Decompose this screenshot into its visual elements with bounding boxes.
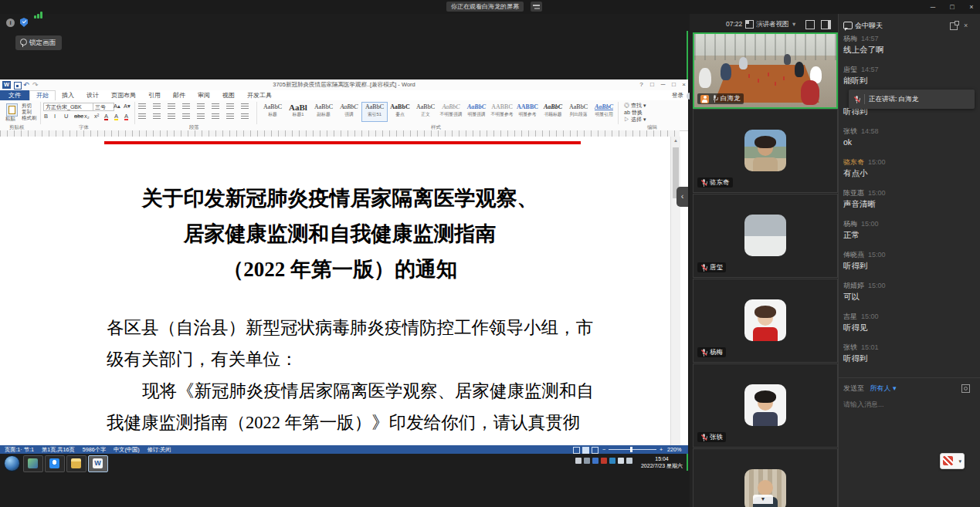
replace-button[interactable]: ab 替换 bbox=[624, 109, 643, 116]
tab-文件[interactable]: 文件 bbox=[0, 90, 29, 100]
close-button[interactable]: × bbox=[962, 0, 980, 14]
send-to-dropdown-icon[interactable]: ▾ bbox=[893, 384, 897, 392]
style-书籍标题[interactable]: AaBbC书籍标题 bbox=[540, 102, 566, 122]
tray-hidden-icons-arrow[interactable] bbox=[584, 458, 590, 464]
paragraph-tool-icon[interactable] bbox=[212, 103, 219, 110]
select-button[interactable]: ▷ 选择 ▾ bbox=[624, 116, 646, 123]
participant-tile[interactable]: 张轶 bbox=[693, 363, 838, 448]
font-tool-icon-4[interactable]: x₂ bbox=[84, 112, 90, 120]
active-speaker-video[interactable]: 白海龙 bbox=[693, 32, 838, 109]
paragraph-tool-icon[interactable] bbox=[168, 103, 175, 110]
web-layout-icon[interactable] bbox=[592, 447, 599, 454]
paragraph-tool-icon[interactable] bbox=[138, 113, 146, 120]
read-mode-icon[interactable] bbox=[573, 447, 580, 454]
paragraph-tool-icon[interactable] bbox=[241, 113, 249, 120]
cut-button[interactable]: 剪切 bbox=[22, 103, 32, 109]
sign-in-link[interactable]: 登录 bbox=[672, 92, 683, 100]
paragraph-tool-icon[interactable] bbox=[182, 113, 190, 120]
style-明显引用[interactable]: AaBbC明显引用 bbox=[591, 102, 617, 122]
style-要点[interactable]: AaBbC要点 bbox=[387, 102, 413, 122]
font-tool-icon-8[interactable]: A bbox=[124, 112, 128, 120]
font-tool-icon-6[interactable]: A bbox=[104, 112, 108, 120]
fullscreen-icon[interactable] bbox=[805, 20, 815, 29]
start-button[interactable] bbox=[4, 455, 20, 472]
vertical-scrollbar[interactable]: ▲ bbox=[670, 137, 680, 448]
paragraph-tool-icon[interactable] bbox=[168, 113, 175, 120]
zoom-in-icon[interactable]: + bbox=[660, 445, 663, 454]
style-正文[interactable]: AaBbC正文 bbox=[412, 102, 439, 122]
tab-引用[interactable]: 引用 bbox=[142, 90, 167, 100]
switch-view-icon[interactable] bbox=[531, 2, 542, 12]
app-media[interactable] bbox=[23, 455, 43, 472]
style-明显参考[interactable]: AABBC明显参考 bbox=[514, 102, 541, 122]
status-segment[interactable]: 中文(中国) bbox=[114, 446, 140, 453]
scroll-down-indicator[interactable]: ▼ bbox=[753, 495, 773, 504]
paste-icon[interactable] bbox=[6, 103, 18, 117]
style-副标题[interactable]: AaBbC副标题 bbox=[310, 102, 337, 122]
tray-keyboard-icon[interactable] bbox=[575, 458, 582, 464]
paragraph-tool-icon[interactable] bbox=[182, 103, 190, 110]
tab-页面布局[interactable]: 页面布局 bbox=[105, 90, 142, 100]
word-close-button[interactable]: × bbox=[679, 79, 689, 90]
style-标题1[interactable]: AaBl标题1 bbox=[285, 102, 311, 122]
find-button[interactable]: ◎ 查找 ▾ bbox=[624, 102, 646, 109]
file-explorer[interactable] bbox=[66, 455, 86, 472]
view-mode-button[interactable]: 演讲者视图 bbox=[756, 17, 789, 31]
tab-插入[interactable]: 插入 bbox=[56, 90, 80, 100]
zoom-out-icon[interactable]: − bbox=[602, 445, 605, 454]
view-mode-dropdown-icon[interactable]: ▾ bbox=[792, 17, 795, 31]
meeting-float-widget[interactable]: ▾ bbox=[940, 453, 965, 469]
print-layout-icon[interactable] bbox=[582, 447, 589, 454]
style-不明显参考[interactable]: AABBC不明显参考 bbox=[489, 102, 515, 122]
tab-开发工具[interactable]: 开发工具 bbox=[241, 90, 278, 100]
paste-label[interactable]: 粘贴 bbox=[5, 116, 15, 122]
paragraph-tool-icon[interactable] bbox=[212, 113, 219, 120]
tab-视图[interactable]: 视图 bbox=[216, 90, 241, 100]
tab-设计[interactable]: 设计 bbox=[80, 90, 105, 100]
paragraph-tool-icon[interactable] bbox=[241, 103, 249, 110]
pin-view-button[interactable]: 锁定画面 bbox=[15, 35, 62, 50]
tray-security-icon[interactable] bbox=[592, 458, 599, 464]
style-标题[interactable]: AaBbC标题 bbox=[259, 102, 286, 122]
send-to-selector[interactable]: 所有人 bbox=[870, 384, 891, 392]
style-明显强调[interactable]: AaBbC明显强调 bbox=[463, 102, 490, 122]
style-强调[interactable]: AaBbC强调 bbox=[336, 102, 362, 122]
tab-审阅[interactable]: 审阅 bbox=[192, 90, 216, 100]
paragraph-tool-icon[interactable] bbox=[226, 113, 234, 120]
font-tool-icon-0[interactable]: B bbox=[44, 112, 48, 120]
status-segment[interactable]: 5986个字 bbox=[83, 446, 106, 453]
app-messenger[interactable] bbox=[45, 455, 65, 472]
screenshot-icon[interactable] bbox=[961, 384, 970, 393]
status-segment[interactable]: 修订:关闭 bbox=[148, 446, 171, 453]
paragraph-tool-icon[interactable] bbox=[197, 113, 205, 120]
zoom-slider[interactable] bbox=[609, 449, 656, 450]
font-tool-icon-1[interactable]: I bbox=[54, 112, 56, 120]
tab-开始[interactable]: 开始 bbox=[29, 90, 56, 101]
word-taskbar-button[interactable]: W bbox=[88, 455, 108, 472]
widget-caret-icon[interactable]: ▾ bbox=[958, 458, 961, 465]
popout-chat-icon[interactable] bbox=[950, 22, 958, 30]
style-列出段落[interactable]: AaBbC列出段落 bbox=[565, 102, 592, 122]
font-tool-icon-2[interactable]: U bbox=[64, 112, 68, 120]
font-name-select[interactable]: 方正仿宋_GBK bbox=[43, 103, 94, 111]
ribbon-options-icon[interactable]: □ bbox=[647, 79, 657, 90]
status-segment[interactable]: 页面:1· 节:1 bbox=[5, 446, 34, 453]
tab-邮件[interactable]: 邮件 bbox=[167, 90, 192, 100]
paragraph-tool-icon[interactable] bbox=[138, 103, 146, 110]
participant-tile[interactable]: 骆东奇 bbox=[693, 109, 838, 193]
grow-font-icon[interactable]: A▴ bbox=[114, 102, 120, 110]
chat-input[interactable]: 请输入消息... bbox=[843, 400, 975, 410]
tray-network-icon[interactable] bbox=[618, 458, 624, 464]
taskbar-clock[interactable]: 15:04 2022/7/23 星期六 bbox=[639, 455, 684, 469]
font-size-select[interactable]: 三号 bbox=[93, 103, 114, 111]
copy-button[interactable]: 复制 bbox=[22, 109, 32, 115]
chat-message-list[interactable]: 杨梅14:57线上会了啊唐玺14:57能听到 听得到张轶14:58ok骆东奇15… bbox=[843, 34, 973, 373]
font-tool-icon-7[interactable]: A bbox=[114, 112, 118, 120]
maximize-button[interactable]: □ bbox=[943, 0, 961, 14]
paragraph-tool-icon[interactable] bbox=[153, 113, 161, 120]
paragraph-tool-icon[interactable] bbox=[226, 103, 234, 110]
participant-tile[interactable]: 唐玺 bbox=[693, 194, 838, 278]
tray-volume-icon[interactable] bbox=[626, 458, 632, 464]
style-索引51[interactable]: AaBbC索引51 bbox=[361, 102, 388, 122]
info-icon[interactable]: i bbox=[6, 19, 15, 27]
